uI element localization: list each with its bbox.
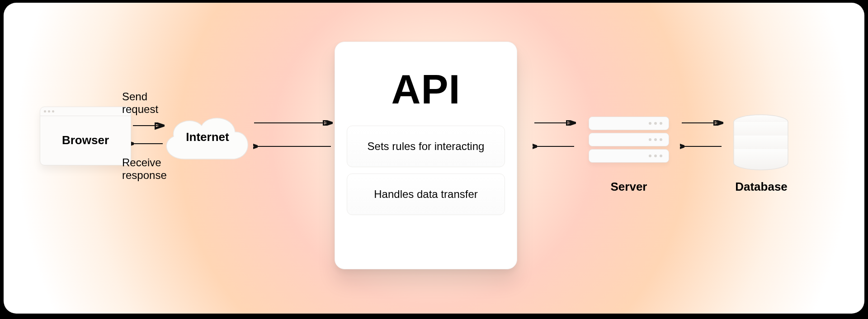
- server-rack-icon: [589, 133, 669, 146]
- internet-to-api-arrow: [253, 120, 335, 126]
- browser-window-icon: [40, 107, 131, 116]
- api-title: API: [347, 66, 505, 113]
- api-to-internet-arrow: [253, 144, 335, 149]
- api-to-server-arrow: [533, 120, 578, 126]
- api-node: API Sets rules for interacting Handles d…: [335, 42, 517, 269]
- database-label: Database: [715, 180, 807, 194]
- receive-response-label: Receive response: [122, 156, 185, 181]
- browser-node: Browser: [40, 107, 131, 165]
- api-transfer-box: Handles data transfer: [347, 174, 505, 215]
- database-icon: [730, 114, 792, 171]
- database-to-server-arrow: [680, 144, 725, 149]
- server-label: Server: [589, 180, 669, 194]
- server-rack-icon: [589, 149, 669, 163]
- server-to-database-arrow: [680, 120, 725, 126]
- server-to-api-arrow: [533, 144, 578, 149]
- server-rack-icon: [589, 117, 669, 130]
- server-node: [589, 117, 669, 163]
- api-flow-diagram: Browser Internet Send request Receive re…: [4, 3, 864, 314]
- api-rules-box: Sets rules for interacting: [347, 126, 505, 167]
- send-request-label: Send request: [122, 90, 176, 115]
- internet-label: Internet: [165, 130, 250, 144]
- browser-label: Browser: [40, 133, 131, 147]
